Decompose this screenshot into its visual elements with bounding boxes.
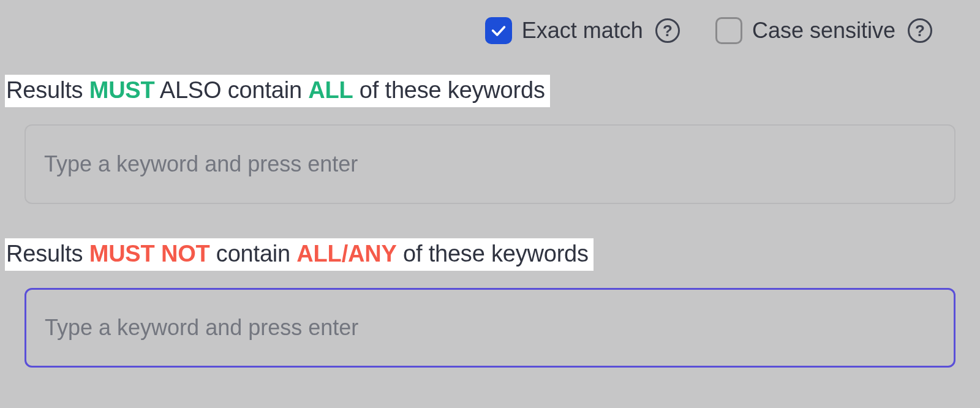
must-not-contain-keyword-input[interactable]: Type a keyword and press enter [24,288,956,368]
heading-text: Results [6,77,89,103]
question-mark-icon: ? [663,23,673,39]
question-mark-icon: ? [915,23,925,39]
case-sensitive-label: Case sensitive [752,18,895,43]
heading-text: contain [210,241,297,266]
heading-text: of these keywords [353,77,545,103]
heading-highlight-all-any: ALL/ANY [296,241,396,266]
filter-options-row: Exact match ? Case sensitive ? [24,0,956,61]
exact-match-help-icon[interactable]: ? [655,18,680,43]
exact-match-option: Exact match ? [485,17,680,44]
heading-highlight-must: MUST [89,77,155,103]
heading-highlight-all: ALL [308,77,353,103]
case-sensitive-help-icon[interactable]: ? [908,18,932,43]
input-placeholder-text: Type a keyword and press enter [44,151,358,177]
heading-text: of these keywords [397,241,589,266]
heading-highlight-must-not: MUST NOT [89,241,210,266]
heading-text: ALSO contain [155,77,309,103]
must-not-contain-heading: Results MUST NOT contain ALL/ANY of thes… [5,238,594,271]
case-sensitive-option: Case sensitive ? [715,17,932,44]
case-sensitive-checkbox[interactable] [715,17,742,44]
exact-match-checkbox[interactable] [485,17,512,44]
exact-match-label: Exact match [522,18,643,43]
must-contain-keyword-input[interactable]: Type a keyword and press enter [24,124,956,204]
must-contain-heading: Results MUST ALSO contain ALL of these k… [5,75,550,107]
input-placeholder-text: Type a keyword and press enter [45,315,358,341]
must-contain-section: Results MUST ALSO contain ALL of these k… [24,75,956,204]
must-not-contain-section: Results MUST NOT contain ALL/ANY of thes… [24,238,956,368]
heading-text: Results [6,241,89,266]
check-icon [490,22,507,39]
